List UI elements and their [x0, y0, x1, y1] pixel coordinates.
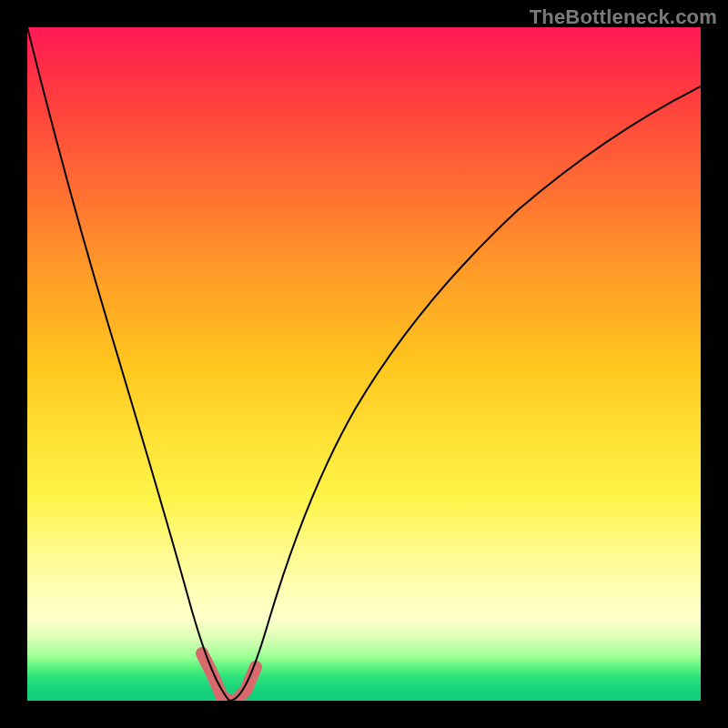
plot-area [27, 27, 701, 701]
optimal-range-highlight [202, 653, 256, 701]
bottleneck-curve [27, 27, 701, 701]
watermark-text: TheBottleneck.com [530, 5, 717, 29]
curve-svg [27, 27, 701, 701]
chart-container: TheBottleneck.com [0, 0, 728, 728]
